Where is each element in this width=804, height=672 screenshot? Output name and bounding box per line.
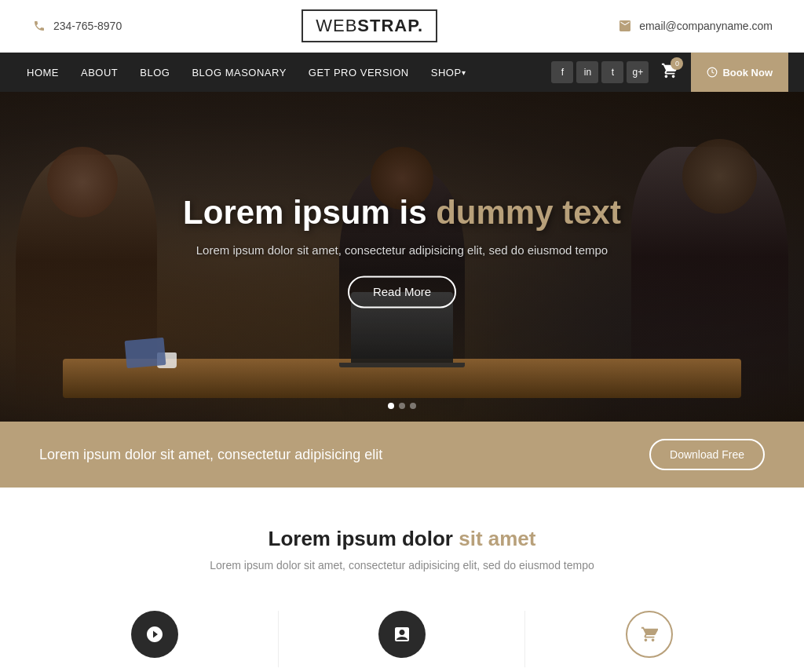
features-section: Lorem ipsum dolor sit amet Lorem ipsum d…: [0, 488, 804, 672]
cart-badge: 0: [671, 57, 683, 70]
nav-right: f in t g+ 0 Book Now: [551, 53, 788, 92]
feature-item-3: [525, 611, 773, 667]
nav-item-home[interactable]: HOME: [16, 53, 70, 92]
read-more-button[interactable]: Read More: [348, 276, 456, 309]
phone-number: 234-765-8970: [53, 20, 122, 32]
features-row: [31, 603, 773, 667]
nav-item-blog[interactable]: BLOG: [129, 53, 181, 92]
section-title: Lorem ipsum dolor sit amet: [31, 527, 773, 551]
feature-item-2: [279, 611, 526, 667]
phone-info: 234-765-8970: [31, 18, 122, 34]
section-title-normal: Lorem ipsum dolor: [269, 527, 453, 550]
section-title-accent: sit amet: [459, 527, 535, 550]
hero-content: Lorem ipsum is dummy text Lorem ipsum do…: [166, 193, 638, 308]
cart-icon[interactable]: 0: [661, 62, 678, 82]
section-subtitle: Lorem ipsum dolor sit amet, consectetur …: [31, 559, 773, 572]
promo-text: Lorem ipsum dolor sit amet, consectetur …: [39, 447, 382, 463]
book-now-label: Book Now: [722, 67, 773, 79]
person-right-head: [682, 139, 757, 214]
hero-dots: [388, 403, 416, 409]
nav-item-get-pro[interactable]: GET PRO VERSION: [298, 53, 420, 92]
book: [125, 338, 166, 368]
phone-icon: [31, 18, 47, 34]
download-free-button[interactable]: Download Free: [649, 439, 765, 470]
nav-item-shop[interactable]: SHOP: [420, 53, 477, 92]
nav-item-about[interactable]: ABOUT: [70, 53, 129, 92]
hero-title: Lorem ipsum is dummy text: [166, 193, 638, 232]
social-icons: f in t g+: [551, 61, 649, 83]
logo[interactable]: WEBSTRAP.: [302, 9, 437, 42]
hero-dot-2[interactable]: [399, 403, 405, 409]
promo-banner: Lorem ipsum dolor sit amet, consectetur …: [0, 422, 804, 488]
email-address: email@companyname.com: [639, 20, 773, 32]
person-left-head: [47, 147, 118, 217]
email-icon: [617, 18, 633, 34]
google-plus-icon[interactable]: g+: [627, 61, 649, 83]
feature-icon-3: [626, 611, 673, 658]
book-now-button[interactable]: Book Now: [691, 53, 788, 92]
feature-item-1: [31, 611, 279, 667]
email-info: email@companyname.com: [617, 18, 773, 34]
navbar: HOME ABOUT BLOG BLOG MASONARY GET PRO VE…: [0, 53, 804, 92]
nav-links: HOME ABOUT BLOG BLOG MASONARY GET PRO VE…: [16, 53, 477, 92]
feature-icon-2: [378, 611, 426, 658]
top-bar: 234-765-8970 WEBSTRAP. email@companyname…: [0, 0, 804, 53]
hero-title-normal: Lorem ipsum is: [183, 194, 426, 231]
twitter-icon[interactable]: t: [601, 61, 623, 83]
facebook-icon[interactable]: f: [551, 61, 573, 83]
hero-dot-1[interactable]: [388, 403, 394, 409]
hero-dot-3[interactable]: [410, 403, 416, 409]
laptop-base: [339, 363, 465, 367]
hero-title-accent: dummy text: [436, 194, 621, 231]
hero-subtitle: Lorem ipsum dolor sit amet, consectetur …: [166, 244, 638, 257]
nav-item-blog-masonary[interactable]: BLOG MASONARY: [181, 53, 297, 92]
hero-section: Lorem ipsum is dummy text Lorem ipsum do…: [0, 92, 804, 422]
linkedin-icon[interactable]: in: [576, 61, 598, 83]
logo-text: WEBSTRAP.: [316, 16, 423, 35]
feature-icon-1: [131, 611, 178, 658]
